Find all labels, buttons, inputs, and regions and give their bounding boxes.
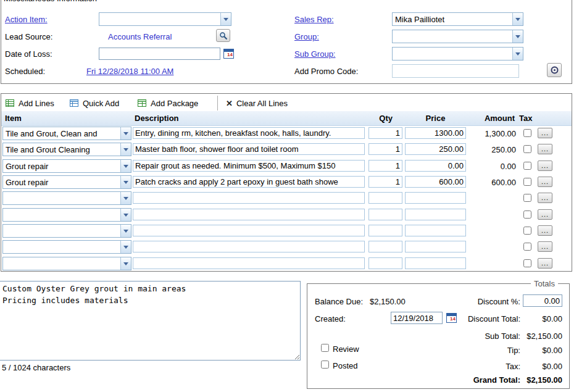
- price-input[interactable]: [405, 257, 466, 269]
- item-select[interactable]: Grout repair: [2, 159, 131, 173]
- tax-checkbox[interactable]: [523, 129, 531, 137]
- action-item-select[interactable]: [99, 12, 231, 26]
- notes-textarea[interactable]: Custom Oyster Grey grout in main areas P…: [0, 281, 301, 361]
- quick-add-button[interactable]: Quick Add: [69, 96, 119, 110]
- tax-checkbox[interactable]: [523, 145, 531, 153]
- price-input[interactable]: [405, 209, 466, 220]
- price-input[interactable]: [405, 225, 466, 236]
- price-input[interactable]: [405, 143, 466, 155]
- qty-input[interactable]: [368, 209, 402, 220]
- calendar-icon[interactable]: 14: [223, 49, 234, 59]
- chevron-down-icon: [120, 176, 131, 188]
- item-select[interactable]: Grout repair: [2, 175, 131, 189]
- item-select[interactable]: [2, 224, 131, 238]
- tip-value: $0.00: [522, 346, 562, 355]
- lead-source-value[interactable]: Accounts Referral: [108, 32, 172, 41]
- item-select-value: [3, 257, 120, 270]
- line-options-button[interactable]: ...: [538, 144, 552, 154]
- header-tax: Tax: [519, 114, 532, 123]
- notes-char-counter: 5 / 1024 characters: [2, 363, 70, 372]
- line-options-button[interactable]: ...: [538, 209, 552, 220]
- amount-value: 600.00: [469, 178, 516, 187]
- description-input[interactable]: [133, 241, 365, 252]
- totals-legend: Totals: [531, 279, 558, 288]
- tax-checkbox[interactable]: [523, 243, 531, 251]
- lead-source-search-button[interactable]: [216, 29, 230, 42]
- price-input[interactable]: [405, 176, 466, 188]
- description-input[interactable]: [133, 143, 365, 155]
- qty-input[interactable]: [368, 143, 402, 155]
- line-options-button[interactable]: ...: [538, 225, 552, 236]
- balance-due-value: $2,150.00: [370, 297, 406, 306]
- action-item-link[interactable]: Action Item:: [5, 15, 48, 24]
- scheduled-appointment-link[interactable]: Fri 12/28/2018 11:00 AM: [86, 67, 173, 76]
- item-select[interactable]: [2, 191, 131, 205]
- line-options-button[interactable]: ...: [538, 258, 552, 269]
- clear-all-lines-button[interactable]: ✕ Clear All Lines: [226, 96, 288, 110]
- tax-checkbox[interactable]: [523, 227, 531, 235]
- add-package-icon: [137, 98, 147, 108]
- description-input[interactable]: [133, 160, 365, 172]
- line-options-button[interactable]: ...: [538, 177, 552, 187]
- description-input[interactable]: [133, 257, 365, 269]
- add-package-button[interactable]: Add Package: [137, 96, 198, 110]
- item-select-value: Tile and Grout, Clean and: [3, 127, 120, 140]
- group-select[interactable]: [392, 30, 523, 43]
- price-input[interactable]: [405, 192, 466, 204]
- item-select[interactable]: Tile and Grout Cleaning: [2, 143, 131, 156]
- add-lines-button[interactable]: Add Lines: [5, 96, 54, 110]
- line-options-button[interactable]: ...: [538, 161, 552, 171]
- description-input[interactable]: [133, 127, 365, 139]
- date-of-loss-input[interactable]: [99, 48, 220, 60]
- promo-info-button[interactable]: [547, 63, 562, 77]
- qty-input[interactable]: [368, 257, 402, 269]
- qty-input[interactable]: [368, 160, 402, 172]
- sales-rep-select[interactable]: Mika Pailliotet: [392, 12, 523, 26]
- sub-group-select[interactable]: [392, 47, 523, 60]
- description-input[interactable]: [133, 176, 365, 188]
- description-input[interactable]: [133, 192, 365, 204]
- header-description: Description: [135, 114, 179, 123]
- posted-checkbox[interactable]: [321, 361, 329, 369]
- item-select[interactable]: [2, 257, 131, 270]
- grand-total-value: $2,150.00: [522, 375, 562, 385]
- chevron-down-icon: [512, 13, 523, 25]
- qty-input[interactable]: [368, 176, 402, 188]
- promo-code-label: Add Promo Code:: [294, 67, 358, 76]
- qty-input[interactable]: [368, 192, 402, 204]
- price-input[interactable]: [405, 241, 466, 252]
- description-input[interactable]: [133, 225, 365, 236]
- qty-input[interactable]: [368, 127, 402, 139]
- qty-input[interactable]: [368, 225, 402, 236]
- group-link[interactable]: Group:: [294, 32, 319, 41]
- discount-percent-input[interactable]: [523, 294, 562, 307]
- chevron-down-icon: [120, 225, 131, 237]
- discount-total-label: Discount Total:: [446, 314, 520, 323]
- sub-group-link[interactable]: Sub Group:: [294, 49, 336, 59]
- tax-checkbox[interactable]: [523, 162, 531, 170]
- promo-code-input[interactable]: [392, 64, 519, 78]
- item-select[interactable]: Tile and Grout, Clean and: [2, 127, 131, 140]
- item-select[interactable]: [2, 240, 131, 254]
- description-input[interactable]: [133, 209, 365, 220]
- tax-checkbox[interactable]: [523, 211, 531, 219]
- date-of-loss-label: Date of Loss:: [5, 49, 52, 59]
- tax-checkbox[interactable]: [523, 178, 531, 186]
- item-select[interactable]: [2, 208, 131, 222]
- line-options-button[interactable]: ...: [538, 128, 552, 138]
- add-lines-label: Add Lines: [19, 99, 54, 108]
- item-select-value: [3, 209, 120, 221]
- sales-rep-link[interactable]: Sales Rep:: [294, 15, 334, 24]
- created-date-input[interactable]: [391, 312, 443, 324]
- price-input[interactable]: [405, 160, 466, 172]
- tax-checkbox[interactable]: [523, 194, 531, 202]
- tax-checkbox[interactable]: [523, 259, 531, 267]
- sub-group-select-value: [393, 48, 512, 60]
- line-options-button[interactable]: ...: [538, 241, 552, 252]
- amount-value: 1,300.00: [469, 129, 516, 138]
- qty-input[interactable]: [368, 241, 402, 252]
- price-input[interactable]: [405, 127, 466, 139]
- line-options-button[interactable]: ...: [538, 193, 552, 203]
- header-item: Item: [5, 114, 22, 123]
- review-checkbox[interactable]: [321, 344, 329, 352]
